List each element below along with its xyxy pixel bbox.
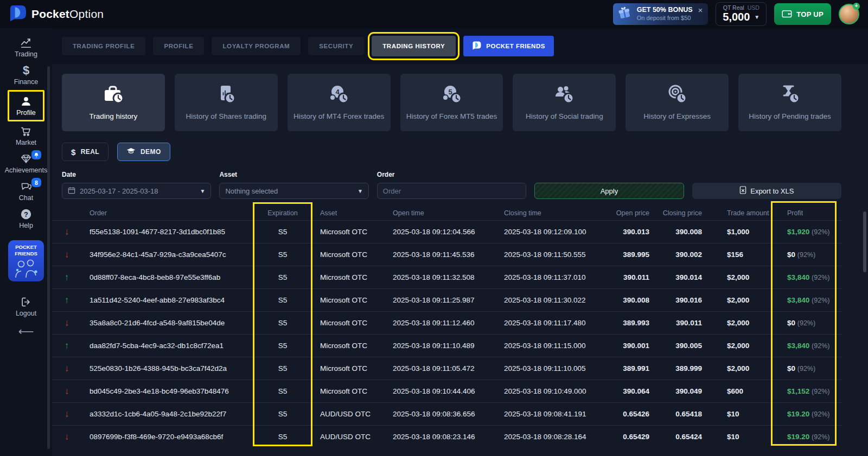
profit-value: $19.20 xyxy=(787,410,809,418)
apply-button[interactable]: Apply xyxy=(534,183,684,199)
asset-cell: Microsoft OTC xyxy=(312,319,385,327)
table-row[interactable]: ↑ 0d88ff07-8eca-4bc8-beb8-97e55e3ff6ab S… xyxy=(52,266,841,288)
table-body: ↓ f55e5138-1091-4677-8217-3d1dbc0f1b85 S… xyxy=(52,220,841,448)
col-expiration: Expiration xyxy=(253,209,312,217)
export-xls-button[interactable]: Export to XLS xyxy=(692,183,841,199)
graduation-cap-icon xyxy=(126,147,136,156)
profit-percent: (92%) xyxy=(797,251,815,259)
trade-amount-cell: $2,000 xyxy=(706,342,773,350)
filters-row: Date 2025-03-17 - 2025-03-18 ▼ Asset xyxy=(62,171,841,199)
tab-profile[interactable]: PROFILE xyxy=(153,37,204,55)
chevron-down-icon: ▼ xyxy=(200,188,206,194)
tab-pocket-friends[interactable]: POCKET FRIENDS xyxy=(463,36,554,56)
app-logo[interactable]: PocketOption xyxy=(9,5,104,24)
table-row[interactable]: ↓ bd045c49-2be3-4e18-bc49-96eb37b48476 S… xyxy=(52,380,841,402)
trade-amount-cell: $2,000 xyxy=(706,296,773,304)
order-id-cell: 34f956e2-84c1-45a7-929a-c3a9cea5407c xyxy=(81,251,253,259)
card-trading-history[interactable]: Trading history xyxy=(62,74,165,131)
real-account-button[interactable]: $ REAL xyxy=(62,143,108,161)
order-id-cell: a3332d1c-1cb6-4a05-9a48-2c1be92b22f7 xyxy=(81,410,253,418)
collapse-sidebar-icon[interactable]: ⟵ xyxy=(18,325,34,338)
closing-price-cell: 390.002 xyxy=(654,251,706,259)
asset-cell: Microsoft OTC xyxy=(312,251,385,259)
card-label: History of Forex MT5 trades xyxy=(406,112,497,121)
profit-cell: $3,840 (92%) xyxy=(773,342,841,350)
tab-trading-history[interactable]: TRADING HISTORY xyxy=(372,36,456,56)
direction-arrow-icon: ↓ xyxy=(52,318,81,329)
sidebar-pocket-friends-card[interactable]: POCKET FRIENDS xyxy=(8,240,44,281)
question-mark-icon: ? xyxy=(20,208,32,220)
briefcase-clock-icon xyxy=(101,84,125,108)
tab-security[interactable]: SECURITY xyxy=(308,37,364,55)
sidebar-item-trading[interactable]: Trading xyxy=(0,34,52,61)
sidebar-item-achievements[interactable]: Achievements xyxy=(0,150,52,177)
profit-cell: $0 (92%) xyxy=(773,319,841,327)
order-filter-label: Order xyxy=(377,171,526,178)
mt4-clock-icon: 4 xyxy=(327,84,351,108)
expiration-cell: S5 xyxy=(253,364,312,372)
pocketoption-mini-logo-icon xyxy=(472,41,481,51)
table-row[interactable]: ↓ 525e0830-1b26-4388-945b-bc3ca7f42d2a S… xyxy=(52,357,841,380)
sidebar-item-help[interactable]: ? Help xyxy=(0,205,52,233)
demo-account-button[interactable]: DEMO xyxy=(117,143,170,161)
table-row[interactable]: ↓ f55e5138-1091-4677-8217-3d1dbc0f1b85 S… xyxy=(52,220,841,243)
avatar-add-badge: + xyxy=(853,3,860,10)
target-clock-icon xyxy=(665,84,689,108)
dollar-icon: $ xyxy=(71,147,76,157)
trading-history-panel: Trading history History of Shares tradin… xyxy=(52,64,868,456)
date-range-input[interactable]: 2025-03-17 - 2025-03-18 ▼ xyxy=(62,183,211,199)
card-social-history[interactable]: History of Social trading xyxy=(513,74,616,131)
closing-price-cell: 390.011 xyxy=(654,319,706,327)
sidebar-item-logout[interactable]: Logout xyxy=(0,291,52,322)
table-row[interactable]: ↓ 34f956e2-84c1-45a7-929a-c3a9cea5407c S… xyxy=(52,243,841,266)
asset-cell: Microsoft OTC xyxy=(312,364,385,372)
logout-icon xyxy=(20,296,33,308)
table-row[interactable]: ↑ daa82fd7-5cba-4ec9-ac32-db1c8cf72ea1 S… xyxy=(52,334,841,357)
sidebar-item-finance[interactable]: $ Finance xyxy=(0,61,52,89)
trade-amount-cell: $2,000 xyxy=(706,319,773,327)
history-type-cards: Trading history History of Shares tradin… xyxy=(62,74,841,131)
direction-arrow-icon: ↑ xyxy=(52,341,81,351)
table-row[interactable]: ↑ 1a511d42-5240-4eef-abb8-27e983af3bc4 S… xyxy=(52,288,841,311)
sidebar-item-profile[interactable]: Profile xyxy=(8,90,44,121)
profit-value: $1,152 xyxy=(787,387,809,395)
profit-value: $1,920 xyxy=(787,228,809,236)
trade-amount-cell: $156 xyxy=(706,251,773,259)
bonus-close-icon[interactable]: × xyxy=(698,5,703,15)
content-scrollbar[interactable] xyxy=(47,66,50,449)
tab-loyalty-program[interactable]: LOYALTY PROGRAM xyxy=(212,37,301,55)
bonus-banner[interactable]: GET 50% BONUS On deposit from $50 × xyxy=(613,3,709,25)
sidebar-item-label: Achievements xyxy=(5,166,48,174)
card-shares-history[interactable]: History of Shares trading xyxy=(175,74,278,131)
svg-text:5: 5 xyxy=(448,88,452,96)
tab-trading-profile[interactable]: TRADING PROFILE xyxy=(62,37,145,55)
order-id-cell: 0d88ff07-8eca-4bc8-beb8-97e55e3ff6ab xyxy=(81,273,253,281)
table-row[interactable]: ↓ 0897699b-f3f8-469e-9720-e9493a68cb6f S… xyxy=(52,425,841,448)
table-row[interactable]: ↓ a3332d1c-1cb6-4a05-9a48-2c1be92b22f7 S… xyxy=(52,402,841,425)
sidebar-item-chat[interactable]: 8 Chat xyxy=(0,177,52,205)
open-price-cell: 389.995 xyxy=(599,251,654,259)
top-up-button[interactable]: TOP UP xyxy=(774,3,831,25)
direction-arrow-icon: ↓ xyxy=(52,249,81,260)
asset-select[interactable]: Nothing selected ▼ xyxy=(219,183,368,199)
col-trade-amount: Trade amount xyxy=(706,209,773,217)
asset-cell: AUD/USD OTC xyxy=(312,433,385,441)
trade-amount-cell: $10 xyxy=(706,410,773,418)
card-mt5-history[interactable]: 5 History of Forex MT5 trades xyxy=(400,74,503,131)
card-mt4-history[interactable]: 4 History of MT4 Forex trades xyxy=(288,74,391,131)
sidebar-item-market[interactable]: Market xyxy=(0,122,52,150)
card-expresses-history[interactable]: History of Expresses xyxy=(626,74,729,131)
order-id-cell: f55e5138-1091-4677-8217-3d1dbc0f1b85 xyxy=(81,228,253,236)
expiration-cell: S5 xyxy=(253,319,312,327)
vertical-scrollbar[interactable] xyxy=(863,211,866,272)
table-header: Order Expiration Asset Open time Closing… xyxy=(52,206,841,220)
card-pending-history[interactable]: History of Pending trades xyxy=(738,74,841,131)
order-search-input[interactable] xyxy=(377,183,526,199)
table-row[interactable]: ↓ 35a8a8c0-21d6-4fcd-a548-9af815be04de S… xyxy=(52,311,841,334)
open-price-cell: 0.65429 xyxy=(599,433,654,441)
open-price-cell: 389.993 xyxy=(599,319,654,327)
balance-selector[interactable]: QT Real USD 5,000 ▼ xyxy=(716,2,767,26)
avatar[interactable]: + xyxy=(839,4,859,24)
pocketoption-logo-icon xyxy=(9,5,27,24)
card-label: History of Shares trading xyxy=(186,112,267,121)
